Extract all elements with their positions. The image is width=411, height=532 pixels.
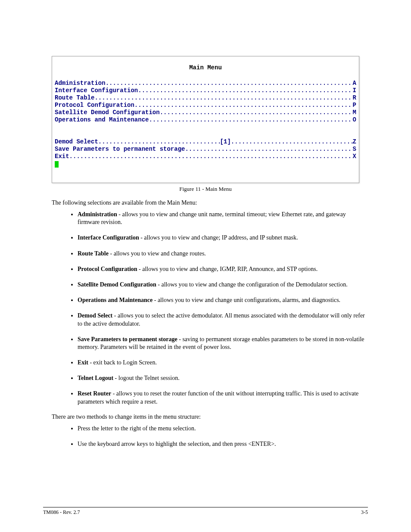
menu-hotkey: R — [353, 94, 356, 102]
list-item: Route Table - allows you to view and cha… — [78, 249, 368, 258]
menu-label: Exit — [55, 153, 69, 160]
bullet-head: Operations and Maintenance — [78, 297, 153, 303]
list-item: Reset Router - allows you to reset the r… — [78, 389, 368, 406]
list-item: Interface Configuration - allows you to … — [78, 233, 368, 243]
menu-hotkey: X — [353, 153, 356, 160]
menu-lines: Administration .........................… — [55, 80, 356, 170]
bullet-body: - allows you to view and change unit nam… — [78, 211, 346, 225]
menu-item-satellite-demod-configuration[interactable]: Satellite Demod Configuration ..........… — [55, 109, 356, 116]
list-item: Press the letter to the right of the men… — [78, 424, 368, 433]
bullet-head: Save Parameters to permanent storage — [78, 336, 177, 342]
bullet-body: - allows you to view and change routes. — [109, 250, 206, 257]
menu-title: Main Menu — [55, 64, 356, 71]
list-item: Protocol Configuration - allows you to v… — [78, 264, 368, 274]
bullet-head: Telnet Logout — [78, 375, 113, 381]
bullet-body: - allows you to view and change; IP addr… — [139, 234, 298, 241]
menu-label: Administration — [55, 80, 106, 87]
menu-label: Save Parameters to permanent storage — [55, 146, 185, 153]
bullet-head: Administration — [78, 211, 117, 218]
menu-label: Demod Select — [55, 138, 98, 146]
list-item: Demod Select - allows you to select the … — [78, 311, 368, 328]
bullet-body: - allows you to reset the router functio… — [78, 390, 358, 404]
list-item: Use the keyboard arrow keys to highlight… — [78, 439, 368, 449]
bullet-head: Demod Select — [78, 312, 112, 319]
bullet-body: Use the keyboard arrow keys to highlight… — [78, 441, 276, 447]
list-item: Operations and Maintenance - allows you … — [78, 296, 368, 305]
bullet-head: Interface Configuration — [78, 234, 139, 241]
bullet-body: - allows you to select the active demodu… — [78, 312, 365, 327]
menu-dotleader: ........................................… — [185, 146, 352, 153]
menu-hotkey: I — [353, 87, 356, 94]
bullet-body: - allows you to view and change the conf… — [156, 281, 348, 288]
list-item: Save Parameters to permanent storage - s… — [78, 335, 368, 352]
menu-dotleader: ........................................… — [69, 153, 353, 160]
menu-label: Satellite Demod Configuration — [55, 109, 160, 116]
menu-item-exit[interactable]: Exit ...................................… — [55, 153, 356, 160]
bullet-body: - allows you to view and change, IGMP, R… — [137, 266, 318, 272]
terminal-cursor-icon — [55, 161, 59, 168]
list-item: Administration - allows you to view and … — [78, 210, 368, 227]
list-item: Telnet Logout - logout the Telnet sessio… — [78, 373, 368, 383]
menu-dotleader: ........................................… — [138, 87, 352, 94]
bullet-head: Reset Router — [78, 390, 111, 397]
menu-hotkey: O — [353, 116, 356, 124]
figure-caption: Figure 11 - Main Menu — [43, 186, 368, 193]
header-spacer — [43, 22, 368, 56]
bullet-list-2: Press the letter to the right of the men… — [43, 424, 368, 449]
menu-label: Route Table — [55, 94, 94, 102]
bullet-body: - allows you to view and change unit con… — [153, 297, 340, 303]
menu-gap — [55, 124, 356, 138]
menu-dotleader: ........................................… — [94, 94, 352, 102]
menu-dotleader: ........................................… — [231, 138, 353, 146]
intro-text: The following selections are available f… — [52, 199, 359, 206]
menu-dotleader: ........................................… — [134, 102, 353, 109]
menu-label: Operations and Maintenance — [55, 116, 149, 124]
bullet-body: - exit back to Login Screen. — [88, 359, 157, 366]
menu-hotkey: P — [353, 102, 356, 109]
footer-right: 3-5 — [361, 509, 368, 516]
menu-label: Protocol Configuration — [55, 102, 134, 109]
page: Main Menu Administration ...............… — [0, 0, 411, 532]
menu-item-demod-select[interactable]: Demod Select ...........................… — [55, 138, 356, 146]
menu-item-administration[interactable]: Administration .........................… — [55, 80, 356, 87]
bullet-body: Press the letter to the right of the men… — [78, 425, 196, 432]
bullet-head: Exit — [78, 359, 88, 366]
terminal-main-menu-figure: Main Menu Administration ...............… — [52, 56, 359, 183]
bullet-head: Satellite Demod Configuration — [78, 281, 156, 288]
list-item: Satellite Demod Configuration - allows y… — [78, 280, 368, 289]
menu-dotleader: ........................................… — [149, 116, 352, 124]
footer-left: TM086 - Rev. 2.7 — [43, 509, 80, 516]
menu-hotkey: M — [353, 109, 356, 116]
intro-text-2: There are two methods to change items in… — [52, 414, 359, 420]
page-footer: TM086 - Rev. 2.7 3-5 — [43, 507, 368, 516]
menu-dotleader: ........................................… — [160, 109, 353, 116]
bullet-head: Route Table — [78, 250, 109, 257]
menu-dotleader: ........................................… — [98, 138, 220, 146]
menu-hotkey: A — [353, 80, 356, 87]
menu-item-protocol-configuration[interactable]: Protocol Configuration .................… — [55, 102, 356, 109]
menu-hotkey: S — [353, 146, 356, 153]
menu-label: Interface Configuration — [55, 87, 138, 94]
footer-row: TM086 - Rev. 2.7 3-5 — [43, 509, 368, 516]
bullet-head: Protocol Configuration — [78, 266, 137, 272]
menu-item-operations-and-maintenance[interactable]: Operations and Maintenance .............… — [55, 116, 356, 124]
cursor-line — [55, 160, 356, 170]
footer-rule — [43, 507, 368, 507]
menu-item-interface-configuration[interactable]: Interface Configuration ................… — [55, 87, 356, 94]
menu-value: [1] — [220, 138, 231, 146]
menu-dotleader: ........................................… — [106, 80, 353, 87]
list-item: Exit - exit back to Login Screen. — [78, 358, 368, 367]
menu-item-save-parameters[interactable]: Save Parameters to permanent storage ...… — [55, 146, 356, 153]
menu-item-route-table[interactable]: Route Table ............................… — [55, 94, 356, 102]
bullet-list-1: Administration - allows you to view and … — [43, 210, 368, 407]
bullet-body: - logout the Telnet session. — [113, 375, 180, 381]
menu-hotkey: Z — [353, 138, 356, 146]
